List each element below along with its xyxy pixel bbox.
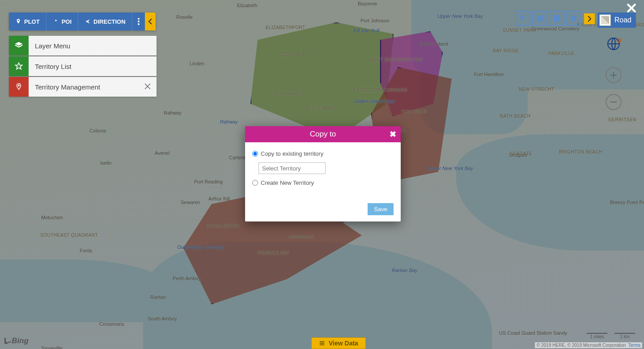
copy-to-modal: Copy to ✖ Copy to existing territory Cre… [245, 126, 401, 221]
select-check-icon [553, 14, 561, 22]
bing-logo: Bing [4, 336, 29, 345]
dots-vertical-icon [138, 18, 140, 25]
check-select-tool-button[interactable] [549, 11, 564, 26]
sidebar-item-close-button[interactable] [139, 83, 157, 91]
attribution-text: © 2019 HERE, © 2019 Microsoft Corporatio… [537, 343, 626, 348]
radio-create-new-input[interactable] [252, 180, 258, 186]
plot-button[interactable]: PLOT [9, 13, 47, 30]
zoom-in-button[interactable] [606, 67, 622, 83]
scale-miles: 1 miles [587, 333, 607, 339]
direction-label: DIRECTION [93, 18, 126, 25]
sidebar-item-label: Territory List [29, 63, 157, 70]
sidebar-item-label: Layer Menu [29, 42, 157, 50]
sidebar-item-territory-list[interactable]: Territory List [9, 56, 157, 76]
save-button[interactable]: Save [368, 203, 394, 215]
plot-label: PLOT [24, 18, 40, 25]
close-icon [626, 3, 637, 13]
modal-header: Copy to ✖ [245, 126, 401, 142]
delete-tool-button[interactable] [566, 11, 581, 26]
trash-icon [570, 14, 578, 22]
map-attribution: © 2019 HERE, © 2019 Microsoft Corporatio… [535, 342, 642, 348]
layers-icon [9, 36, 29, 55]
modal-title: Copy to [310, 130, 336, 139]
refresh-globe-button[interactable] [606, 36, 622, 52]
svg-point-2 [138, 21, 140, 22]
zoom-out-button[interactable] [606, 94, 622, 110]
poi-button[interactable]: POI [47, 13, 78, 30]
radio-create-new[interactable]: Create New Territory [252, 179, 394, 186]
modal-body: Copy to existing territory Create New Te… [245, 142, 401, 221]
scale-km: 1 km [614, 333, 635, 339]
poi-label: POI [62, 18, 72, 25]
view-data-button[interactable]: View Data [311, 337, 366, 349]
select-box-icon [536, 14, 544, 22]
svg-point-0 [55, 20, 57, 21]
toolbar-more-button[interactable] [132, 13, 145, 30]
globe-refresh-icon [606, 36, 622, 52]
list-icon [319, 340, 325, 346]
direction-button[interactable]: DIRECTION [78, 13, 132, 30]
sidebar-item-layer-menu[interactable]: Layer Menu [9, 36, 157, 55]
selection-toolbar [515, 11, 581, 26]
side-panel: Layer Menu Territory List Territory Mana… [9, 36, 157, 98]
radio-create-new-label: Create New Territory [261, 179, 314, 186]
map-style-label: Road [614, 16, 631, 24]
scale-bar: 1 miles 1 km [587, 333, 635, 339]
svg-point-4 [18, 85, 20, 86]
poi-icon [53, 18, 59, 25]
cursor-icon [519, 14, 527, 22]
svg-rect-5 [537, 16, 542, 21]
close-icon [144, 83, 151, 90]
pin-icon [15, 18, 21, 25]
toolbar-collapse-button[interactable] [145, 13, 156, 30]
pin-icon [9, 77, 29, 97]
view-data-label: View Data [329, 340, 358, 347]
radio-copy-existing-input[interactable] [252, 151, 258, 157]
modal-close-button[interactable]: ✖ [390, 129, 396, 139]
chevron-left-icon [148, 18, 153, 25]
top-right-expand-button[interactable] [584, 13, 595, 24]
sidebar-item-territory-management[interactable]: Territory Management [9, 77, 157, 97]
radio-copy-existing-label: Copy to existing territory [261, 150, 323, 157]
cursor-tool-button[interactable] [515, 11, 530, 26]
svg-point-3 [138, 23, 140, 25]
svg-point-1 [138, 18, 140, 20]
radio-copy-existing[interactable]: Copy to existing territory [252, 150, 394, 157]
map-style-swatch-icon [599, 14, 611, 26]
top-toolbar: PLOT POI DIRECTION [9, 13, 156, 30]
bing-logo-text: Bing [12, 336, 29, 345]
plus-icon [610, 71, 618, 79]
chevron-right-icon [587, 16, 592, 22]
box-select-tool-button[interactable] [532, 11, 547, 26]
sidebar-item-label: Territory Management [29, 83, 139, 91]
select-territory-input[interactable] [258, 162, 326, 174]
star-icon [9, 56, 29, 76]
map-style-toggle[interactable]: Road [597, 13, 636, 28]
minus-icon [610, 98, 618, 106]
attribution-terms-link[interactable]: Terms [628, 343, 640, 348]
direction-icon [85, 18, 91, 25]
